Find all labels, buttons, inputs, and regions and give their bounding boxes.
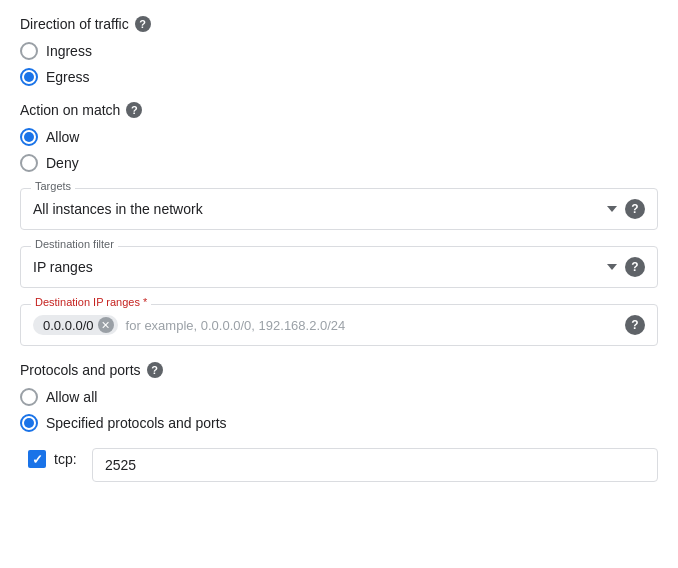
targets-legend: Targets	[31, 180, 75, 192]
action-allow-option[interactable]: Allow	[20, 128, 658, 146]
destination-ip-field: Destination IP ranges * 0.0.0.0/0 ✕ for …	[20, 304, 658, 346]
targets-dropdown-arrow[interactable]	[607, 206, 617, 212]
ip-tag-close-icon[interactable]: ✕	[98, 317, 114, 333]
ip-placeholder: for example, 0.0.0.0/0, 192.168.2.0/24	[126, 318, 346, 333]
direction-egress-radio[interactable]	[20, 68, 38, 86]
destination-filter-field: Destination filter IP ranges ?	[20, 246, 658, 288]
protocols-label: Protocols and ports ?	[20, 362, 658, 378]
protocols-specified-label: Specified protocols and ports	[46, 415, 227, 431]
protocols-title: Protocols and ports	[20, 362, 141, 378]
protocols-allow-all-label: Allow all	[46, 389, 97, 405]
protocols-allow-all-option[interactable]: Allow all	[20, 388, 658, 406]
destination-ip-inner: 0.0.0.0/0 ✕ for example, 0.0.0.0/0, 192.…	[21, 305, 657, 345]
destination-ip-legend-text: Destination IP ranges	[35, 296, 140, 308]
destination-filter-legend: Destination filter	[31, 238, 118, 250]
ip-tag-value: 0.0.0.0/0	[43, 318, 94, 333]
protocols-specified-radio[interactable]	[20, 414, 38, 432]
destination-ip-legend: Destination IP ranges *	[31, 296, 151, 308]
direction-egress-label: Egress	[46, 69, 90, 85]
direction-egress-option[interactable]: Egress	[20, 68, 658, 86]
tcp-label-text: tcp	[54, 451, 73, 467]
tcp-checkbox-item[interactable]: ✓ tcp:	[28, 450, 84, 468]
action-title: Action on match	[20, 102, 120, 118]
targets-help-icon[interactable]: ?	[625, 199, 645, 219]
protocols-specified-option[interactable]: Specified protocols and ports	[20, 414, 658, 432]
action-radio-group: Allow Deny	[20, 128, 658, 172]
protocols-radio-group: Allow all Specified protocols and ports	[20, 388, 658, 432]
direction-label: Direction of traffic ?	[20, 16, 658, 32]
targets-inner: All instances in the network ?	[21, 189, 657, 229]
direction-ingress-option[interactable]: Ingress	[20, 42, 658, 60]
tcp-checkmark: ✓	[32, 453, 43, 466]
destination-filter-inner: IP ranges ?	[21, 247, 657, 287]
direction-help-icon[interactable]: ?	[135, 16, 151, 32]
tcp-row: ✓ tcp:	[28, 448, 658, 482]
ip-tag: 0.0.0.0/0 ✕	[33, 315, 118, 335]
protocols-help-icon[interactable]: ?	[147, 362, 163, 378]
direction-ingress-radio[interactable]	[20, 42, 38, 60]
direction-radio-group: Ingress Egress	[20, 42, 658, 86]
action-deny-option[interactable]: Deny	[20, 154, 658, 172]
destination-filter-dropdown-arrow[interactable]	[607, 264, 617, 270]
action-deny-radio[interactable]	[20, 154, 38, 172]
targets-value: All instances in the network	[33, 201, 599, 217]
tcp-input[interactable]	[92, 448, 658, 482]
direction-ingress-label: Ingress	[46, 43, 92, 59]
tcp-label: tcp:	[54, 451, 84, 467]
tcp-colon: :	[73, 451, 77, 467]
destination-filter-help-icon[interactable]: ?	[625, 257, 645, 277]
action-label: Action on match ?	[20, 102, 658, 118]
action-allow-radio[interactable]	[20, 128, 38, 146]
tcp-checkbox[interactable]: ✓	[28, 450, 46, 468]
targets-field: Targets All instances in the network ?	[20, 188, 658, 230]
action-allow-label: Allow	[46, 129, 79, 145]
action-deny-label: Deny	[46, 155, 79, 171]
destination-filter-value: IP ranges	[33, 259, 599, 275]
destination-ip-help-icon[interactable]: ?	[625, 315, 645, 335]
protocols-allow-all-radio[interactable]	[20, 388, 38, 406]
action-help-icon[interactable]: ?	[126, 102, 142, 118]
direction-title: Direction of traffic	[20, 16, 129, 32]
